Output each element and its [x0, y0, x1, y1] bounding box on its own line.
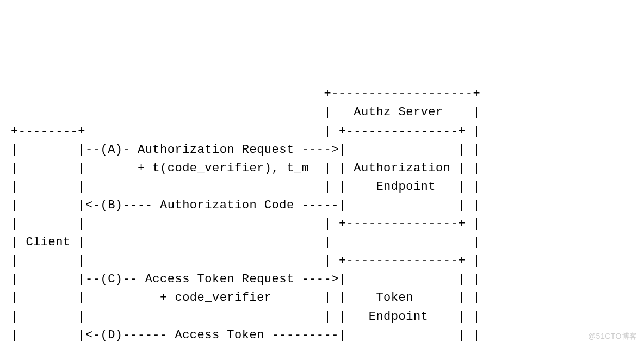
diagram-line: | |--(C)-- Access Token Request ---->| |…	[11, 272, 480, 286]
diagram-line: | | + code_verifier | | Token | |	[11, 291, 480, 305]
diagram-line: | |--(A)- Authorization Request ---->| |…	[11, 143, 480, 157]
diagram-line: | Authz Server |	[11, 106, 480, 119]
diagram-line: +--------+ | +---------------+ |	[11, 125, 480, 138]
pkce-flow-diagram: +-------------------+ | Authz Server | +…	[11, 85, 480, 347]
watermark: @51CTO博客	[588, 331, 637, 343]
diagram-line: | | | | Endpoint | |	[11, 310, 480, 324]
diagram-line: | |<-(D)------ Access Token ---------| |…	[11, 329, 480, 342]
diagram-line: | | | | Endpoint | |	[11, 180, 480, 194]
diagram-line: | | + t(code_verifier), t_m | | Authoriz…	[11, 162, 480, 175]
diagram-line: | | | +---------------+ |	[11, 254, 480, 268]
diagram-line: | Client | | |	[11, 236, 480, 249]
diagram-line: | | | +---------------+ |	[11, 217, 480, 231]
diagram-line: | |<-(B)---- Authorization Code -----| |…	[11, 199, 480, 212]
diagram-line: +-------------------+	[11, 87, 480, 101]
